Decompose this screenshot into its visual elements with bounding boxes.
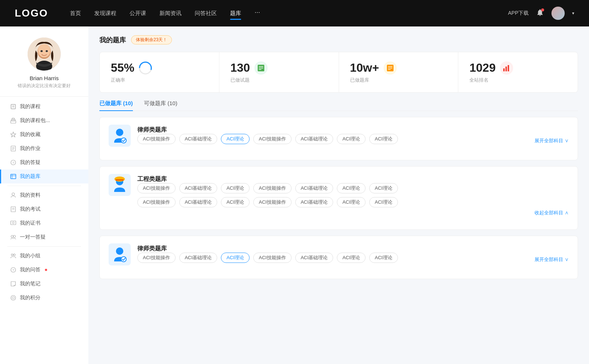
sidebar-username: Brian Harris — [29, 75, 59, 81]
stat-banks-value: 10w+ — [350, 61, 379, 75]
sidebar-profile: Brian Harris 错误的决定比没有决定要好 — [0, 38, 88, 97]
svg-rect-47 — [505, 67, 507, 71]
nav-qbank[interactable]: 题库 — [230, 8, 241, 18]
tag-2-11[interactable]: ACI技能操作 — [253, 197, 292, 207]
tag-3-5[interactable]: ACI基础理论 — [295, 253, 334, 263]
notification-bell[interactable] — [536, 8, 544, 18]
sidebar-item-my-qa[interactable]: ? 我的答疑 — [0, 156, 88, 169]
qbank-card-3-body: 律师类题库 ACI技能操作 ACI基础理论 ACI理论 ACI技能操作 ACI基… — [137, 243, 569, 263]
qbank-card-2-tags-line-2: ACI技能操作 ACI基础理论 ACI理论 ACI技能操作 ACI基础理论 AC… — [137, 197, 569, 207]
sidebar-item-one-on-one[interactable]: 一对一答疑 — [0, 230, 88, 244]
qbank-card-2: 工程类题库 ACI技能操作 ACI基础理论 ACI理论 ACI技能操作 ACI基… — [99, 166, 578, 230]
qbank-card-3-header: 律师类题库 ACI技能操作 ACI基础理论 ACI理论 ACI技能操作 ACI基… — [109, 243, 569, 265]
topnav: LOGO 首页 发现课程 公开课 新闻资讯 问答社区 题库 ··· APP下载 … — [0, 0, 589, 26]
stat-rank-row: 1029 — [469, 61, 567, 75]
qbank-card-2-collapse[interactable]: 收起全部科目 ∧ — [137, 210, 569, 216]
qbank-card-1-body: 律师类题库 ACI技能操作 ACI基础理论 ACI理论 ACI技能操作 ACI基… — [137, 125, 569, 144]
lawyer-icon-2 — [110, 245, 129, 264]
tag-3-3[interactable]: ACI理论 — [221, 253, 250, 263]
tag-1-7[interactable]: ACI理论 — [369, 134, 398, 144]
sidebar-item-my-answers-label: 我的问答 — [20, 267, 40, 273]
my-exam-icon — [10, 206, 16, 212]
nav-news[interactable]: 新闻资讯 — [159, 8, 181, 18]
tag-1-6[interactable]: ACI理论 — [337, 134, 366, 144]
sidebar-item-my-profile[interactable]: 我的资料 — [0, 188, 88, 202]
tag-3-4[interactable]: ACI技能操作 — [253, 253, 292, 263]
tag-1-5[interactable]: ACI基础理论 — [295, 134, 334, 144]
sidebar-item-my-favorites[interactable]: 我的收藏 — [0, 128, 88, 142]
nav-open-course[interactable]: 公开课 — [130, 8, 146, 18]
tag-2-10[interactable]: ACI理论 — [221, 197, 250, 207]
tag-2-9[interactable]: ACI基础理论 — [179, 197, 218, 207]
sidebar-item-my-points-label: 我的积分 — [20, 295, 40, 301]
list-green-icon — [257, 64, 265, 72]
sidebar-item-my-points[interactable]: 我的积分 — [0, 291, 88, 305]
tag-2-2[interactable]: ACI基础理论 — [179, 183, 218, 193]
stat-banks: 10w+ 已做题库 — [339, 52, 459, 92]
tag-2-12[interactable]: ACI基础理论 — [295, 197, 334, 207]
my-group-icon — [10, 253, 16, 259]
qbank-card-3-tags: ACI技能操作 ACI基础理论 ACI理论 ACI技能操作 ACI基础理论 AC… — [137, 253, 569, 263]
stat-accuracy-row: 55% — [111, 61, 208, 75]
tag-2-8[interactable]: ACI技能操作 — [137, 197, 176, 207]
tag-3-2[interactable]: ACI基础理论 — [179, 253, 218, 263]
nav-discover[interactable]: 发现课程 — [94, 8, 116, 18]
user-avatar[interactable] — [551, 7, 565, 20]
tag-1-2[interactable]: ACI基础理论 — [179, 134, 218, 144]
tabs-row: 已做题库 (10) 可做题库 (10) — [99, 100, 578, 111]
tag-3-1[interactable]: ACI技能操作 — [137, 253, 176, 263]
sidebar-item-my-exam-label: 我的考试 — [20, 206, 40, 213]
qbank-card-1-icon — [109, 125, 131, 147]
svg-point-22 — [12, 193, 15, 196]
page-title: 我的题库 — [99, 36, 126, 44]
tag-2-3[interactable]: ACI理论 — [221, 183, 250, 193]
sidebar-item-my-package[interactable]: 我的课程包... — [0, 114, 88, 128]
stat-questions: 130 已做试题 — [219, 52, 339, 92]
tab-available-banks[interactable]: 可做题库 (10) — [144, 100, 177, 111]
svg-rect-6 — [11, 104, 15, 109]
stat-banks-row: 10w+ — [350, 61, 447, 75]
app-download-link[interactable]: APP下载 — [508, 10, 529, 17]
nav-qa[interactable]: 问答社区 — [195, 8, 217, 18]
tag-2-14[interactable]: ACI理论 — [369, 197, 398, 207]
sidebar-item-my-course[interactable]: 我的课程 — [0, 100, 88, 114]
accuracy-pie-icon — [139, 61, 152, 75]
qbank-card-2-icon — [109, 174, 131, 196]
tag-3-6[interactable]: ACI理论 — [337, 253, 366, 263]
tag-2-4[interactable]: ACI技能操作 — [253, 183, 292, 193]
my-questions-icon: ? — [10, 160, 16, 165]
sidebar-item-my-homework[interactable]: 我的作业 — [0, 142, 88, 156]
sidebar-item-my-group[interactable]: 我的小组 — [0, 249, 88, 263]
stat-questions-row: 130 — [230, 61, 328, 75]
tag-2-1[interactable]: ACI技能操作 — [137, 183, 176, 193]
tag-1-4[interactable]: ACI技能操作 — [253, 134, 292, 144]
sidebar-item-my-qbank[interactable]: 我的题库 — [0, 169, 88, 183]
sidebar-avatar — [28, 38, 61, 71]
my-profile-icon — [10, 192, 16, 198]
tag-1-3[interactable]: ACI理论 — [221, 134, 250, 144]
questions-icon — [254, 61, 268, 75]
sidebar-item-one-on-one-label: 一对一答疑 — [20, 234, 46, 240]
qbank-card-3-expand[interactable]: 展开全部科目 ∨ — [535, 256, 569, 263]
tag-2-7[interactable]: ACI理论 — [369, 183, 398, 193]
nav-more[interactable]: ··· — [254, 8, 260, 18]
banks-icon — [384, 61, 397, 75]
qbank-card-1-expand[interactable]: 展开全部科目 ∨ — [535, 138, 569, 144]
qbank-card-2-header: 工程类题库 ACI技能操作 ACI基础理论 ACI理论 ACI技能操作 ACI基… — [109, 174, 569, 216]
tab-done-banks[interactable]: 已做题库 (10) — [99, 100, 133, 111]
tag-2-13[interactable]: ACI理论 — [337, 197, 366, 207]
sidebar-item-my-notes[interactable]: 我的笔记 — [0, 277, 88, 291]
sidebar-item-my-cert[interactable]: 我的证书 — [0, 216, 88, 230]
svg-point-30 — [11, 254, 13, 256]
my-package-icon — [10, 118, 16, 124]
tag-1-1[interactable]: ACI技能操作 — [137, 134, 176, 144]
sidebar-item-my-exam[interactable]: 我的考试 — [0, 202, 88, 216]
tag-2-5[interactable]: ACI基础理论 — [295, 183, 334, 193]
sidebar-item-my-answers[interactable]: ? 我的问答 — [0, 263, 88, 277]
qbank-card-3-icon — [109, 243, 131, 265]
nav-home[interactable]: 首页 — [70, 8, 81, 18]
tag-2-6[interactable]: ACI理论 — [337, 183, 366, 193]
tag-3-7[interactable]: ACI理论 — [369, 253, 398, 263]
main-content: 我的题库 体验剩余23天！ 55% 正确率 130 — [88, 26, 589, 364]
user-dropdown-arrow[interactable]: ▾ — [572, 11, 574, 16]
